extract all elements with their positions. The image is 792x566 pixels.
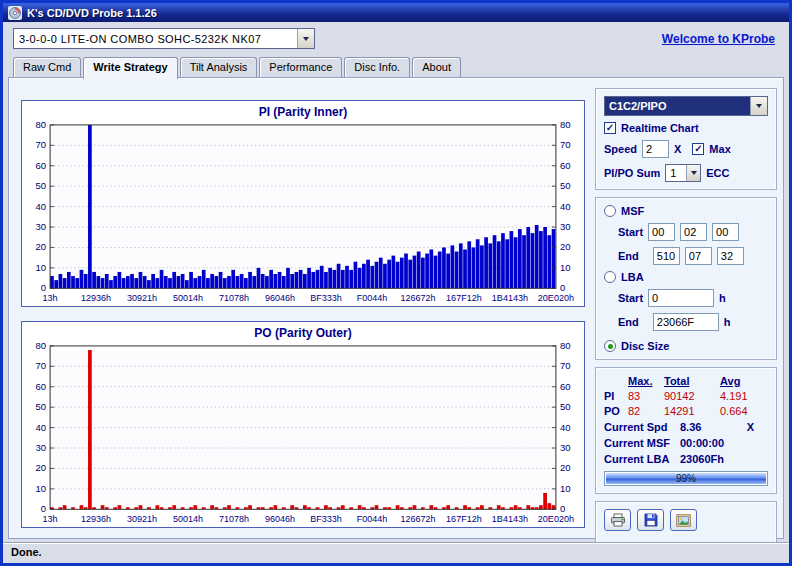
msf-radio[interactable] bbox=[604, 205, 616, 217]
msf-end-row: End bbox=[604, 247, 768, 265]
svg-text:F0044h: F0044h bbox=[357, 514, 388, 524]
svg-text:80: 80 bbox=[560, 340, 571, 351]
ecc-label: ECC bbox=[706, 167, 729, 179]
svg-text:30: 30 bbox=[35, 221, 46, 232]
lba-end-label: End bbox=[618, 316, 639, 328]
svg-text:50: 50 bbox=[35, 180, 46, 191]
floppy-icon bbox=[644, 513, 658, 527]
speed-x-label: X bbox=[674, 143, 681, 155]
device-dropdown-button[interactable] bbox=[297, 29, 314, 48]
pipo-sum-select[interactable]: 1 bbox=[665, 164, 701, 182]
svg-text:70: 70 bbox=[560, 139, 571, 150]
lba-radio[interactable] bbox=[604, 271, 616, 283]
stats-header-total: Total bbox=[664, 375, 720, 387]
pipo-sum-dropdown-button[interactable] bbox=[686, 165, 700, 181]
msf-end-frame-input[interactable] bbox=[717, 247, 744, 265]
svg-text:0: 0 bbox=[560, 282, 565, 293]
current-speed-suffix: X bbox=[747, 421, 768, 433]
svg-text:12936h: 12936h bbox=[81, 514, 111, 524]
msf-end-label: End bbox=[618, 250, 639, 262]
welcome-link[interactable]: Welcome to KProbe bbox=[662, 32, 775, 46]
tab-tilt-analysis[interactable]: Tilt Analysis bbox=[180, 57, 258, 77]
tab-raw-cmd[interactable]: Raw Cmd bbox=[13, 57, 81, 77]
svg-text:10: 10 bbox=[560, 483, 571, 494]
tab-write-strategy[interactable]: Write Strategy bbox=[83, 57, 177, 79]
current-lba-label: Current LBA bbox=[604, 453, 680, 465]
speed-label: Speed bbox=[604, 143, 637, 155]
lba-start-input[interactable] bbox=[648, 289, 714, 307]
range-group: MSF Start End LBA bbox=[595, 197, 777, 360]
stats-po-max: 82 bbox=[628, 405, 664, 417]
stats-po-label: PO bbox=[604, 405, 628, 417]
print-button[interactable] bbox=[604, 509, 631, 531]
device-combobox[interactable]: 3-0-0-0 LITE-ON COMBO SOHC-5232K NK07 bbox=[13, 28, 315, 49]
realtime-chart-checkbox[interactable] bbox=[604, 122, 616, 134]
svg-text:20E020h: 20E020h bbox=[538, 514, 574, 524]
svg-text:30921h: 30921h bbox=[127, 514, 157, 524]
app-icon bbox=[8, 6, 22, 20]
svg-text:1B4143h: 1B4143h bbox=[492, 514, 528, 524]
svg-text:50014h: 50014h bbox=[173, 514, 203, 524]
max-speed-label: Max bbox=[709, 143, 730, 155]
lba-end-input[interactable] bbox=[653, 313, 719, 331]
lba-end-row: End h bbox=[604, 313, 768, 331]
svg-text:1B4143h: 1B4143h bbox=[492, 293, 528, 303]
realtime-chart-label: Realtime Chart bbox=[621, 122, 699, 134]
msf-start-row: Start bbox=[604, 223, 768, 241]
pipo-sum-row: PI/PO Sum 1 ECC bbox=[604, 164, 768, 182]
svg-text:30: 30 bbox=[35, 442, 46, 453]
speed-input[interactable] bbox=[642, 140, 669, 158]
svg-text:50: 50 bbox=[35, 401, 46, 412]
disc-size-radio-row: Disc Size bbox=[604, 340, 768, 352]
snapshot-icon bbox=[676, 514, 691, 527]
svg-text:70: 70 bbox=[35, 360, 46, 371]
svg-text:30921h: 30921h bbox=[127, 293, 157, 303]
svg-text:13h: 13h bbox=[43, 293, 58, 303]
pipo-sum-value: 1 bbox=[666, 165, 686, 181]
current-speed-label: Current Spd bbox=[604, 421, 680, 433]
pipo-sum-label: PI/PO Sum bbox=[604, 167, 660, 179]
disc-size-radio[interactable] bbox=[604, 340, 616, 352]
svg-text:60: 60 bbox=[35, 160, 46, 171]
svg-text:BF333h: BF333h bbox=[310, 514, 342, 524]
current-msf-value: 00:00:00 bbox=[680, 437, 768, 449]
stats-header-max: Max. bbox=[628, 375, 664, 387]
svg-text:60: 60 bbox=[560, 160, 571, 171]
tab-disc-info[interactable]: Disc Info. bbox=[344, 57, 410, 77]
svg-text:167F12h: 167F12h bbox=[446, 293, 482, 303]
msf-start-frame-input[interactable] bbox=[712, 223, 739, 241]
svg-text:20: 20 bbox=[35, 241, 46, 252]
mode-dropdown-button[interactable] bbox=[750, 97, 767, 115]
msf-end-min-input[interactable] bbox=[653, 247, 680, 265]
progress-text: 99% bbox=[605, 472, 767, 485]
max-speed-checkbox[interactable] bbox=[692, 143, 704, 155]
icon-buttons-row bbox=[604, 509, 768, 531]
device-combobox-value: 3-0-0-0 LITE-ON COMBO SOHC-5232K NK07 bbox=[14, 29, 297, 48]
pi-chart-title: PI (Parity Inner) bbox=[22, 101, 584, 119]
msf-end-sec-input[interactable] bbox=[685, 247, 712, 265]
mode-combobox[interactable]: C1C2/PIPO bbox=[604, 96, 768, 116]
svg-text:12936h: 12936h bbox=[81, 293, 111, 303]
msf-start-min-input[interactable] bbox=[648, 223, 675, 241]
svg-text:F0044h: F0044h bbox=[357, 293, 388, 303]
tab-page-write-strategy: PI (Parity Inner) 0010102020303040405050… bbox=[8, 77, 784, 539]
chevron-down-icon bbox=[691, 171, 697, 175]
snapshot-button[interactable] bbox=[670, 509, 697, 531]
chart-options-group: C1C2/PIPO Realtime Chart Speed X Max bbox=[595, 88, 777, 190]
window-title: K's CD/DVD Probe 1.1.26 bbox=[27, 7, 157, 19]
current-lba-row: Current LBA 23060Fh bbox=[604, 453, 768, 465]
save-button[interactable] bbox=[637, 509, 664, 531]
tab-strip: Raw Cmd Write Strategy Tilt Analysis Per… bbox=[3, 55, 789, 77]
msf-start-sec-input[interactable] bbox=[680, 223, 707, 241]
status-text: Done. bbox=[11, 546, 42, 558]
svg-text:40: 40 bbox=[560, 201, 571, 212]
svg-text:96046h: 96046h bbox=[265, 293, 295, 303]
svg-text:10: 10 bbox=[35, 262, 46, 273]
svg-text:40: 40 bbox=[560, 422, 571, 433]
svg-text:70: 70 bbox=[560, 360, 571, 371]
charts-column: PI (Parity Inner) 0010102020303040405050… bbox=[17, 88, 587, 530]
tab-performance[interactable]: Performance bbox=[259, 57, 342, 77]
stats-po-avg: 0.664 bbox=[720, 405, 768, 417]
progress-bar: 99% bbox=[604, 471, 768, 486]
tab-about[interactable]: About bbox=[412, 57, 461, 77]
